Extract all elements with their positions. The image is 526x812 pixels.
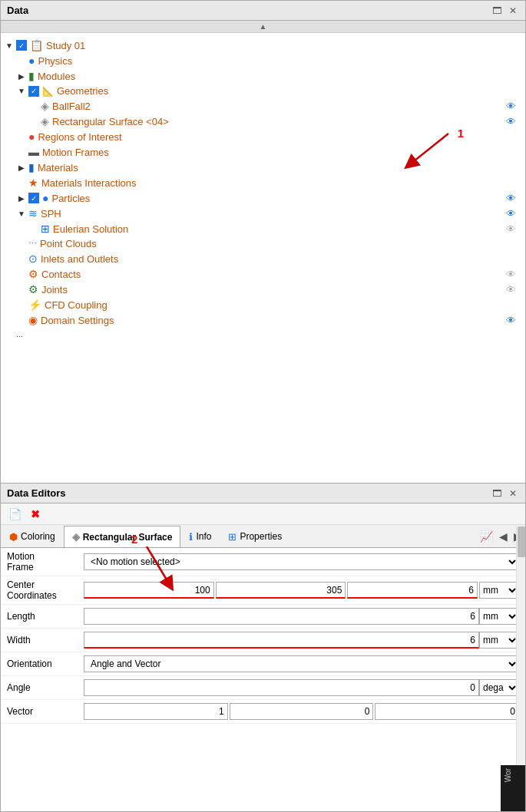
expand-sph[interactable]: ▼: [16, 208, 27, 219]
tree-item-ballfall2[interactable]: ◈ BallFall2 👁: [4, 98, 522, 114]
tree-item-regions[interactable]: ● Regions of Interest: [4, 129, 522, 144]
editors-tabs: ⬢ Coloring ◈ Rectangular Surface ℹ Info …: [1, 525, 525, 548]
vector-label: Vector: [7, 706, 84, 717]
tab-rect-surface[interactable]: ◈ Rectangular Surface: [64, 526, 181, 548]
checkbox-geometries[interactable]: [28, 86, 39, 97]
sph-label: SPH: [41, 208, 61, 220]
editors-maximize-button[interactable]: 🗖: [490, 487, 504, 500]
motion-frame-label: MotionFrame: [7, 551, 84, 573]
eye-particles[interactable]: 👁: [506, 193, 522, 204]
expand-materials[interactable]: ▶: [16, 162, 27, 173]
close-button[interactable]: ✕: [507, 5, 519, 17]
expand-study01[interactable]: ▼: [4, 40, 15, 51]
eye-joints[interactable]: 👁: [506, 284, 522, 295]
tab-properties[interactable]: ⊞ Properties: [220, 525, 290, 547]
delete-button[interactable]: ✖: [28, 507, 43, 522]
contacts-label: Contacts: [41, 269, 81, 280]
motion-frame-select[interactable]: <No motion selected>: [84, 553, 519, 570]
tree-item-particles[interactable]: ▶ ● Particles 👁: [4, 190, 522, 206]
checkbox-particles[interactable]: [28, 193, 39, 203]
length-row: Length mm cm m: [1, 605, 525, 629]
tree-item-materials[interactable]: ▶ ▮ Materials: [4, 160, 522, 175]
eye-contacts[interactable]: 👁: [506, 269, 522, 280]
tree-item-inlets-outlets[interactable]: ⊙ Inlets and Outlets: [4, 251, 522, 266]
tree-item-modules[interactable]: ▶ ▮ Modules: [4, 68, 522, 84]
tab-coloring-label: Coloring: [21, 531, 55, 542]
expand-particles[interactable]: ▶: [16, 193, 27, 203]
expand-modules[interactable]: ▶: [16, 71, 27, 81]
center-y-input[interactable]: [216, 582, 346, 599]
vector-x-input[interactable]: [84, 703, 228, 720]
center-x-input[interactable]: [84, 582, 214, 599]
eye-sph[interactable]: 👁: [506, 208, 522, 220]
center-coords-row: CenterCoordinates mm cm m: [1, 576, 525, 605]
eye-eulerian[interactable]: 👁: [506, 223, 522, 235]
eulerian-icon: ⊞: [41, 223, 50, 235]
tab-chart-icon[interactable]: 📈: [477, 529, 496, 544]
tab-coloring[interactable]: ⬢ Coloring: [1, 525, 64, 547]
angle-label-text: Angle: [7, 682, 31, 693]
new-document-button[interactable]: 📄: [5, 507, 25, 522]
eye-domain-settings[interactable]: 👁: [506, 315, 522, 326]
width-input[interactable]: [84, 632, 479, 649]
length-unit-select[interactable]: mm cm m: [479, 608, 519, 625]
study01-label: Study 01: [46, 40, 85, 51]
physics-label: Physics: [38, 55, 72, 67]
mat-interact-label: Materials Interactions: [41, 177, 137, 189]
tree-item-mat-interact[interactable]: ★ Materials Interactions: [4, 175, 522, 190]
tree-item-motion-frames[interactable]: ▬ Motion Frames: [4, 144, 522, 160]
center-coords-label: CenterCoordinates: [7, 579, 84, 601]
tab-rect-surface-label: Rectangular Surface: [83, 532, 173, 543]
tree-item-eulerian[interactable]: ⊞ Eulerian Solution 👁: [4, 221, 522, 236]
wor-label: Wor: [501, 765, 515, 785]
editors-panel-header: Data Editors 🗖 ✕: [1, 484, 525, 503]
eye-ballfall2[interactable]: 👁: [506, 101, 522, 112]
tree-item-rect-surface[interactable]: ◈ Rectangular Surface <04> 👁: [4, 114, 522, 129]
orientation-select[interactable]: Angle and Vector Euler Angles Rotation M…: [84, 655, 519, 672]
width-unit-select[interactable]: mm cm m: [479, 632, 519, 649]
expand-geometries[interactable]: ▼: [16, 86, 27, 97]
cfd-coupling-icon: ⚡: [28, 299, 41, 311]
data-panel-title: Data: [7, 5, 28, 16]
vector-z-input[interactable]: [375, 703, 519, 720]
orientation-row: Orientation Angle and Vector Euler Angle…: [1, 652, 525, 676]
maximize-button[interactable]: 🗖: [490, 5, 504, 17]
center-unit-select[interactable]: mm cm m: [479, 582, 519, 599]
tree-item-sph[interactable]: ▼ ≋ SPH 👁: [4, 206, 522, 221]
editors-close-button[interactable]: ✕: [507, 487, 519, 500]
tab-info[interactable]: ℹ Info: [180, 525, 220, 547]
mat-interact-icon: ★: [28, 177, 38, 189]
width-row: Width mm cm m: [1, 629, 525, 652]
center-z-input[interactable]: [347, 582, 478, 599]
sph-icon: ≋: [28, 207, 38, 220]
tree-item-point-clouds[interactable]: ⋯ Point Clouds: [4, 236, 522, 251]
editors-toolbar: 📄 ✖: [1, 503, 525, 525]
tab-prev-button[interactable]: ◀: [496, 529, 511, 544]
coords-group: mm cm m: [84, 582, 519, 599]
width-label: Width: [7, 635, 84, 645]
editors-scrollbar-thumb: [518, 526, 525, 557]
motion-frames-icon: ▬: [28, 146, 39, 158]
tree-item-contacts[interactable]: ⚙ Contacts 👁: [4, 266, 522, 282]
inlets-outlets-icon: ⊙: [28, 253, 38, 265]
tree-item-cfd-coupling[interactable]: ⚡ CFD Coupling: [4, 297, 522, 312]
tree-item-domain-settings[interactable]: ◉ Domain Settings 👁: [4, 312, 522, 328]
right-sidebar-wor: Wor: [501, 765, 525, 811]
tree-item-joints[interactable]: ⚙ Joints 👁: [4, 282, 522, 297]
tree-item-study01[interactable]: ▼ 📋 Study 01: [4, 38, 522, 53]
ballfall2-label: BallFall2: [52, 101, 91, 112]
tree-item-physics[interactable]: ● Physics: [4, 53, 522, 68]
checkbox-study01[interactable]: [16, 40, 27, 51]
length-label-text: Length: [7, 611, 35, 622]
vector-y-input[interactable]: [230, 703, 374, 720]
angle-label: Angle: [7, 682, 84, 693]
eye-rect-surface[interactable]: 👁: [506, 116, 522, 127]
angle-unit-select[interactable]: dega rad: [479, 679, 519, 696]
collapse-handle[interactable]: ▲: [1, 21, 525, 33]
modules-label: Modules: [38, 71, 75, 82]
angle-input[interactable]: [84, 679, 479, 696]
tree-item-geometries[interactable]: ▼ 📐 Geometries: [4, 84, 522, 98]
editors-scrollbar[interactable]: [516, 526, 525, 793]
length-input[interactable]: [84, 608, 479, 625]
rect-surface-label: Rectangular Surface <04>: [52, 116, 169, 127]
